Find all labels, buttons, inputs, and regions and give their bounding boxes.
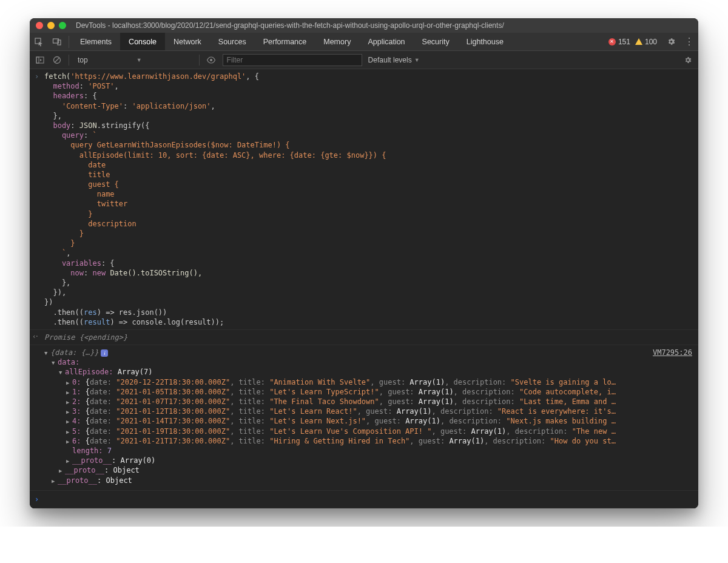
- settings-gear-icon[interactable]: [662, 33, 680, 50]
- context-label: top: [78, 56, 88, 64]
- error-icon: ✕: [608, 38, 616, 46]
- tab-network[interactable]: Network: [165, 33, 210, 50]
- tab-performance[interactable]: Performance: [255, 33, 315, 50]
- svg-point-7: [210, 59, 212, 61]
- tree-row-episode[interactable]: 3: {date: "2021-01-12T18:30:00.000Z", ti…: [44, 406, 692, 416]
- expand-caret-icon[interactable]: [59, 367, 65, 377]
- tab-console[interactable]: Console: [120, 33, 165, 50]
- context-selector[interactable]: top ▼: [75, 55, 193, 66]
- expand-caret-icon[interactable]: [66, 397, 72, 406]
- episode-rows-container: 0: {date: "2020-12-22T18:30:00.000Z", ti…: [44, 377, 692, 446]
- tab-memory[interactable]: Memory: [315, 33, 359, 50]
- source-link[interactable]: VM7295:26: [653, 348, 692, 357]
- clear-console-icon[interactable]: [52, 55, 62, 66]
- minimize-window-button[interactable]: [47, 22, 55, 29]
- console-settings-gear-icon[interactable]: [682, 55, 693, 66]
- tree-row-episode[interactable]: 0: {date: "2020-12-22T18:30:00.000Z", ti…: [44, 377, 692, 387]
- tab-security[interactable]: Security: [414, 33, 458, 50]
- expand-caret-icon[interactable]: [59, 465, 65, 475]
- window-controls: [36, 22, 66, 29]
- expand-caret-icon[interactable]: [66, 436, 72, 446]
- tree-proto-object[interactable]: __proto__: Object: [44, 476, 692, 485]
- tab-application[interactable]: Application: [359, 33, 413, 50]
- expand-caret-icon[interactable]: [52, 476, 58, 485]
- errors-count: 151: [618, 38, 630, 46]
- tree-proto-array[interactable]: __proto__: Array(0): [44, 456, 692, 465]
- separator: [69, 36, 69, 48]
- log-levels-selector[interactable]: Default levels ▼: [368, 56, 420, 64]
- tree-row-episode[interactable]: 6: {date: "2021-01-21T17:30:00.000Z", ti…: [44, 436, 692, 446]
- expand-caret-icon[interactable]: [66, 456, 72, 465]
- tab-sources[interactable]: Sources: [210, 33, 255, 50]
- titlebar: DevTools - localhost:3000/blog/2020/12/2…: [30, 18, 698, 33]
- svg-rect-4: [36, 57, 39, 63]
- tab-elements[interactable]: Elements: [72, 33, 120, 50]
- errors-badge[interactable]: ✕ 151: [608, 33, 630, 50]
- tree-row-episode[interactable]: 1: {date: "2021-01-05T18:30:00.000Z", ti…: [44, 387, 692, 397]
- separator: [69, 55, 69, 66]
- warnings-badge[interactable]: 100: [635, 33, 657, 50]
- tree-row-episode[interactable]: 4: {date: "2021-01-14T17:30:00.000Z", ti…: [44, 416, 692, 426]
- svg-rect-2: [58, 40, 61, 45]
- warnings-count: 100: [645, 38, 657, 46]
- inspect-element-icon[interactable]: [30, 33, 48, 50]
- expand-caret-icon[interactable]: [66, 406, 72, 416]
- tree-proto-object[interactable]: __proto__: Object: [44, 465, 692, 475]
- console-return-value[interactable]: Promise {<pending>}: [30, 330, 698, 345]
- tree-row-data[interactable]: data:: [44, 357, 692, 367]
- console-sidebar-toggle-icon[interactable]: [35, 55, 46, 66]
- console-body: fetch('https://www.learnwithjason.dev/gr…: [30, 69, 698, 508]
- chevron-down-icon: ▼: [136, 57, 142, 63]
- tree-length: length: 7: [44, 446, 692, 456]
- expand-caret-icon[interactable]: [52, 357, 58, 367]
- window-title: DevTools - localhost:3000/blog/2020/12/2…: [76, 21, 504, 30]
- console-toolbar: top ▼ Default levels ▼: [30, 51, 698, 69]
- promise-text: Promise {<pending>}: [44, 333, 127, 342]
- tree-row-episode[interactable]: 5: {date: "2021-01-19T18:30:00.000Z", ti…: [44, 426, 692, 436]
- console-log-object[interactable]: VM7295:26 {data: {…}}i data: allEpisode:…: [30, 345, 698, 491]
- tree-row-root[interactable]: {data: {…}}i: [44, 348, 692, 357]
- expand-caret-icon[interactable]: [66, 387, 72, 397]
- expand-caret-icon[interactable]: [66, 416, 72, 426]
- close-window-button[interactable]: [36, 22, 43, 29]
- tree-row-allepisode[interactable]: allEpisode: Array(7): [44, 367, 692, 377]
- svg-line-6: [55, 58, 59, 62]
- devtools-tabstrip: Elements Console Network Sources Perform…: [30, 33, 698, 51]
- separator: [199, 55, 200, 66]
- filter-input[interactable]: [223, 54, 362, 66]
- console-input-echo[interactable]: fetch('https://www.learnwithjason.dev/gr…: [30, 69, 698, 330]
- devtools-window: DevTools - localhost:3000/blog/2020/12/2…: [30, 18, 698, 508]
- maximize-window-button[interactable]: [59, 22, 66, 29]
- device-toolbar-icon[interactable]: [48, 33, 66, 50]
- warning-icon: [635, 38, 642, 45]
- console-prompt[interactable]: [30, 491, 698, 508]
- live-expression-icon[interactable]: [206, 55, 217, 66]
- more-menu-icon[interactable]: ⋮: [680, 33, 698, 50]
- chevron-down-icon: ▼: [414, 57, 420, 63]
- levels-label: Default levels: [368, 56, 412, 64]
- expand-caret-icon[interactable]: [66, 377, 72, 387]
- expand-caret-icon[interactable]: [66, 426, 72, 436]
- tree-row-episode[interactable]: 2: {date: "2021-01-07T17:30:00.000Z", ti…: [44, 397, 692, 406]
- expand-caret-icon[interactable]: [44, 348, 50, 357]
- info-icon[interactable]: i: [101, 349, 108, 357]
- tab-lighthouse[interactable]: Lighthouse: [458, 33, 512, 50]
